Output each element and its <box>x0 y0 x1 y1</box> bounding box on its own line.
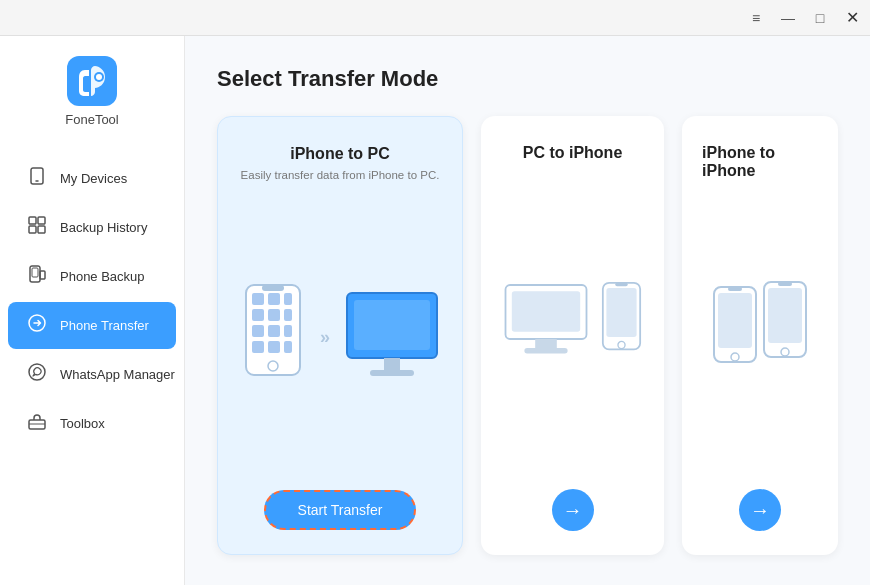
iphone-to-pc-subtitle: Easily transfer data from iPhone to PC. <box>241 169 440 181</box>
svg-rect-27 <box>268 341 280 353</box>
iphone-to-iphone-action: → <box>739 489 781 531</box>
sidebar-item-whatsapp-manager-label: WhatsApp Manager <box>60 367 175 382</box>
app-container: FoneTool My Devices <box>0 36 870 585</box>
whatsapp-icon <box>26 362 48 387</box>
pc-monitor-graphic <box>501 276 591 366</box>
svg-rect-20 <box>252 309 264 321</box>
toolbox-icon <box>26 411 48 436</box>
iphone-to-iphone-card[interactable]: iPhone to iPhone <box>682 116 838 555</box>
svg-rect-24 <box>268 325 280 337</box>
pc-to-iphone-title: PC to iPhone <box>523 144 623 162</box>
pc-to-iphone-card[interactable]: PC to iPhone <box>481 116 664 555</box>
sidebar-item-backup-history-label: Backup History <box>60 220 147 235</box>
sidebar-item-toolbox[interactable]: Toolbox <box>8 400 176 447</box>
menu-button[interactable]: ≡ <box>746 8 766 28</box>
pc-to-iphone-phone <box>599 281 644 361</box>
iphone-left <box>710 285 760 375</box>
main-content: Select Transfer Mode iPhone to PC Easily… <box>185 36 870 585</box>
svg-rect-8 <box>38 226 45 233</box>
iphone-to-iphone-graphic <box>710 285 810 375</box>
app-logo <box>67 56 117 106</box>
sidebar-item-phone-backup-label: Phone Backup <box>60 269 145 284</box>
monitor-graphic <box>342 288 442 388</box>
svg-point-2 <box>96 74 102 80</box>
pc-to-iphone-illustration <box>501 168 644 473</box>
svg-rect-28 <box>284 341 292 353</box>
svg-rect-42 <box>615 282 627 286</box>
svg-rect-34 <box>370 370 414 376</box>
sidebar: FoneTool My Devices <box>0 36 185 585</box>
transfer-arrows: » <box>320 327 330 348</box>
pc-to-iphone-graphic <box>501 276 644 366</box>
iphone-to-pc-title: iPhone to PC <box>290 145 390 163</box>
pc-to-iphone-action: → <box>552 489 594 531</box>
close-button[interactable]: ✕ <box>842 8 862 28</box>
svg-rect-18 <box>268 293 280 305</box>
sidebar-item-my-devices[interactable]: My Devices <box>8 155 176 202</box>
iphone-to-iphone-illustration <box>702 186 818 473</box>
svg-rect-37 <box>535 339 557 348</box>
title-bar: ≡ — □ ✕ <box>0 0 870 36</box>
logo-text: FoneTool <box>65 112 118 127</box>
svg-rect-26 <box>252 341 264 353</box>
minimize-button[interactable]: — <box>778 8 798 28</box>
svg-rect-46 <box>728 287 742 291</box>
logo-area: FoneTool <box>65 56 118 127</box>
svg-rect-50 <box>778 282 792 286</box>
sidebar-item-toolbox-label: Toolbox <box>60 416 105 431</box>
svg-rect-25 <box>284 325 292 337</box>
svg-rect-48 <box>768 288 802 343</box>
svg-rect-23 <box>252 325 264 337</box>
svg-rect-21 <box>268 309 280 321</box>
sidebar-item-phone-transfer[interactable]: Phone Transfer <box>8 302 176 349</box>
svg-rect-10 <box>32 268 38 277</box>
svg-rect-7 <box>29 226 36 233</box>
svg-rect-22 <box>284 309 292 321</box>
svg-rect-17 <box>252 293 264 305</box>
svg-rect-6 <box>38 217 45 224</box>
iphone-to-pc-action: Start Transfer <box>264 490 417 530</box>
sidebar-item-backup-history[interactable]: Backup History <box>8 204 176 251</box>
svg-rect-19 <box>284 293 292 305</box>
history-icon <box>26 215 48 240</box>
svg-rect-38 <box>524 348 567 353</box>
backup-icon <box>26 264 48 289</box>
sidebar-item-phone-transfer-label: Phone Transfer <box>60 318 149 333</box>
svg-rect-32 <box>354 300 430 350</box>
cards-container: iPhone to PC Easily transfer data from i… <box>217 116 838 555</box>
svg-rect-44 <box>718 293 752 348</box>
iphone-to-iphone-title: iPhone to iPhone <box>702 144 818 180</box>
svg-rect-40 <box>606 288 636 337</box>
page-title: Select Transfer Mode <box>217 66 838 92</box>
svg-rect-5 <box>29 217 36 224</box>
iphone-right <box>760 280 810 370</box>
iphone-to-pc-illustration: » <box>238 201 442 474</box>
iphone-to-iphone-arrow-button[interactable]: → <box>739 489 781 531</box>
svg-rect-11 <box>40 271 45 279</box>
pc-to-iphone-arrow-button[interactable]: → <box>552 489 594 531</box>
device-icon <box>26 166 48 191</box>
maximize-button[interactable]: □ <box>810 8 830 28</box>
sidebar-item-my-devices-label: My Devices <box>60 171 127 186</box>
svg-point-13 <box>29 364 45 380</box>
iphone-to-pc-graphic: » <box>238 283 442 393</box>
iphone-to-pc-card[interactable]: iPhone to PC Easily transfer data from i… <box>217 116 463 555</box>
nav-items: My Devices Backup History <box>0 155 184 447</box>
svg-rect-36 <box>512 291 580 332</box>
sidebar-item-whatsapp-manager[interactable]: WhatsApp Manager <box>8 351 176 398</box>
sidebar-item-phone-backup[interactable]: Phone Backup <box>8 253 176 300</box>
svg-rect-33 <box>384 358 400 370</box>
svg-rect-30 <box>262 285 284 291</box>
start-transfer-button[interactable]: Start Transfer <box>264 490 417 530</box>
transfer-icon <box>26 313 48 338</box>
phone-graphic <box>238 283 308 393</box>
